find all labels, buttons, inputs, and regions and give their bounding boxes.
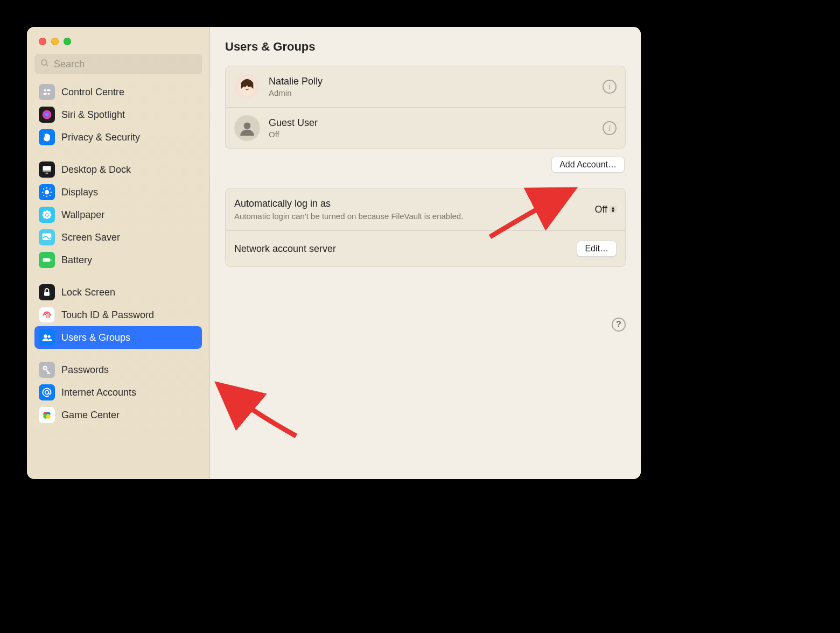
auto-login-popup[interactable]: Off ▲▼ (594, 204, 617, 215)
flower-icon (39, 207, 55, 223)
sidebar-item-label: Wallpaper (61, 209, 104, 221)
sidebar-item-label: Screen Saver (61, 232, 120, 243)
svg-line-18 (50, 188, 51, 189)
minimize-window-button[interactable] (51, 38, 59, 45)
sidebar-item-label: Passwords (61, 364, 109, 376)
sidebar-item-game-center[interactable]: Game Center (34, 404, 202, 426)
fingerprint-icon (39, 307, 55, 323)
svg-rect-8 (43, 171, 51, 172)
svg-point-5 (47, 93, 50, 95)
svg-point-24 (43, 211, 46, 214)
lock-icon (39, 284, 55, 300)
network-server-label: Network account server (234, 243, 336, 255)
svg-line-15 (43, 188, 44, 189)
user-name: Guest User (269, 117, 594, 129)
sidebar: Control CentreSiri & SpotlightPrivacy & … (27, 27, 210, 479)
zoom-window-button[interactable] (64, 38, 71, 45)
sidebar-item-label: Privacy & Security (61, 132, 140, 143)
sidebar-item-lock-screen[interactable]: Lock Screen (34, 281, 202, 304)
desktop-icon (39, 161, 55, 178)
sidebar-item-label: Control Centre (61, 87, 124, 98)
svg-point-36 (44, 367, 46, 369)
svg-rect-4 (43, 93, 47, 95)
svg-point-10 (45, 190, 49, 194)
screensaver-icon (39, 229, 55, 245)
info-button[interactable]: i (603, 80, 617, 94)
avatar (234, 115, 260, 141)
sidebar-item-screen-saver[interactable]: Screen Saver (34, 226, 202, 249)
login-settings-card: Automatically log in as Automatic login … (225, 188, 626, 267)
sidebar-item-touch-id-password[interactable]: Touch ID & Password (34, 304, 202, 326)
sidebar-item-internet-accounts[interactable]: Internet Accounts (34, 381, 202, 404)
network-server-edit-button[interactable]: Edit… (577, 241, 617, 257)
search-field[interactable] (34, 54, 202, 74)
info-button[interactable]: i (603, 121, 617, 135)
network-server-row: Network account server Edit… (226, 230, 625, 266)
svg-point-25 (48, 211, 51, 214)
search-input[interactable] (54, 59, 197, 70)
battery-icon (39, 252, 55, 268)
sidebar-item-battery[interactable]: Battery (34, 249, 202, 271)
sidebar-list: Control CentreSiri & SpotlightPrivacy & … (27, 81, 209, 479)
auto-login-row: Automatically log in as Automatic login … (226, 188, 625, 230)
user-role: Off (269, 130, 594, 139)
control-centre-icon (39, 84, 55, 100)
avatar (234, 74, 260, 100)
svg-point-6 (43, 110, 52, 119)
user-row[interactable]: Natalie Polly Admin i (226, 66, 625, 107)
svg-rect-3 (47, 89, 51, 91)
svg-point-33 (44, 334, 47, 338)
at-icon (39, 384, 55, 400)
sun-icon (39, 184, 55, 200)
search-icon (40, 58, 50, 70)
svg-point-2 (44, 89, 46, 92)
svg-point-44 (244, 85, 246, 87)
sidebar-item-siri-spotlight[interactable]: Siri & Spotlight (34, 103, 202, 126)
page-title: Users & Groups (225, 40, 626, 54)
sidebar-item-users-groups[interactable]: Users & Groups (34, 326, 202, 349)
add-account-button[interactable]: Add Account… (551, 157, 625, 173)
window-controls (27, 27, 209, 54)
sidebar-item-passwords[interactable]: Passwords (34, 358, 202, 381)
svg-point-19 (46, 214, 48, 216)
svg-point-37 (45, 391, 49, 395)
sidebar-item-label: Lock Screen (61, 287, 115, 298)
user-name: Natalie Polly (269, 76, 594, 87)
sidebar-item-label: Game Center (61, 410, 120, 421)
sidebar-item-wallpaper[interactable]: Wallpaper (34, 203, 202, 226)
svg-point-26 (43, 216, 46, 219)
settings-window: Control CentreSiri & SpotlightPrivacy & … (27, 27, 641, 479)
sidebar-item-label: Siri & Spotlight (61, 109, 125, 121)
help-button[interactable]: ? (612, 318, 626, 332)
key-icon (39, 362, 55, 378)
sidebar-item-label: Touch ID & Password (61, 310, 154, 321)
popup-stepper-icon: ▲▼ (610, 206, 617, 213)
close-window-button[interactable] (39, 38, 46, 45)
main-panel: Users & Groups Natalie Polly Admin i Gu (210, 27, 641, 479)
sidebar-item-label: Displays (61, 187, 98, 198)
svg-rect-30 (43, 258, 50, 262)
user-row[interactable]: Guest User Off i (226, 107, 625, 149)
svg-point-45 (248, 85, 250, 87)
hand-icon (39, 129, 55, 145)
svg-line-17 (43, 195, 44, 196)
auto-login-note: Automatic login can't be turned on becau… (234, 212, 463, 221)
sidebar-item-control-centre[interactable]: Control Centre (34, 81, 202, 103)
user-role: Admin (269, 88, 594, 97)
users-icon (39, 329, 55, 346)
users-card: Natalie Polly Admin i Guest User Off i (225, 66, 626, 149)
svg-rect-32 (44, 292, 50, 296)
sidebar-item-label: Internet Accounts (61, 387, 136, 398)
svg-point-34 (48, 335, 51, 338)
svg-line-16 (50, 195, 51, 196)
svg-point-41 (46, 414, 50, 418)
svg-rect-31 (51, 259, 52, 261)
sidebar-item-desktop-dock[interactable]: Desktop & Dock (34, 158, 202, 181)
auto-login-value: Off (594, 204, 607, 215)
gamecenter-icon (39, 407, 55, 423)
siri-icon (39, 107, 55, 123)
sidebar-item-privacy-security[interactable]: Privacy & Security (34, 126, 202, 149)
sidebar-item-label: Battery (61, 255, 92, 266)
sidebar-item-displays[interactable]: Displays (34, 181, 202, 203)
sidebar-item-label: Desktop & Dock (61, 164, 131, 175)
